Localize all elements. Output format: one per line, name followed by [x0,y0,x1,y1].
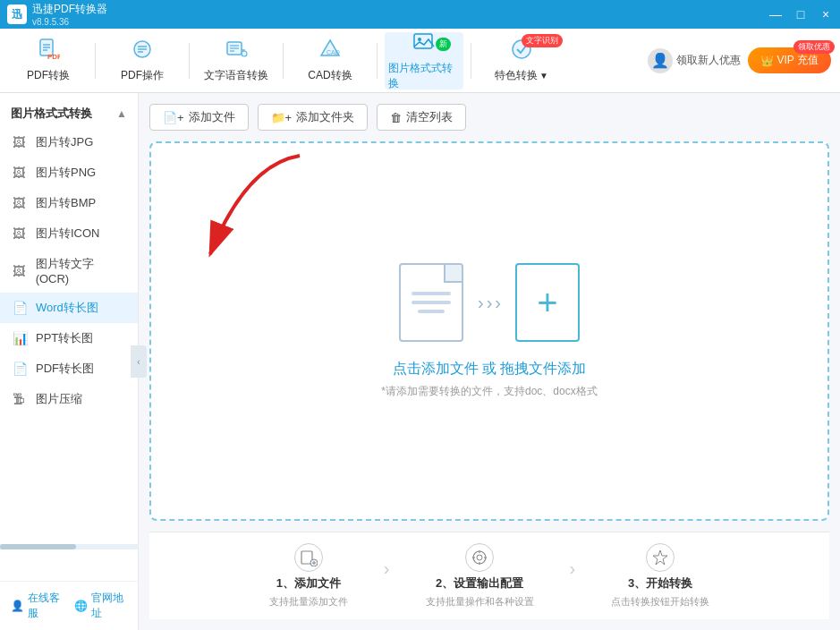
sidebar-item-png-label: 图片转PNG [36,165,96,181]
drop-zone-main-text: 点击添加文件 或 拖拽文件添加 [393,360,587,379]
online-service-link[interactable]: 👤 在线客服 [11,591,64,621]
clear-icon: 🗑 [390,111,402,124]
icon-icon: 🖼 [13,226,29,241]
step-3-title: 3、开始转换 [628,575,692,592]
pdf-long-icon: 📄 [13,362,29,376]
scroll-thumb [0,544,76,549]
sidebar: 图片格式式转换 ▲ 🖼 图片转JPG 🖼 图片转PNG 🖼 图片转BMP 🖼 图… [0,93,139,630]
toolbar: 📄+ 添加文件 📁+ 添加文件夹 🗑 清空列表 [149,104,829,131]
step-1-icon [294,543,323,572]
titlebar: 迅 迅捷PDF转换器 v8.9.5.36 — □ × [0,0,840,29]
step-3-desc: 点击转换按钮开始转换 [611,595,709,609]
close-button[interactable]: × [819,7,833,21]
sidebar-item-bmp-label: 图片转BMP [36,195,96,211]
step-3: 3、开始转换 点击转换按钮开始转换 [584,543,736,609]
ppt-long-icon: 📊 [13,331,29,345]
drop-zone-drag-text: 拖拽文件添加 [500,361,586,376]
vip-badge: 领取优惠 [793,40,835,54]
sidebar-collapse-icon[interactable]: ▲ [116,107,127,120]
nav-cad-label: CAD转换 [308,68,352,83]
sidebar-item-ocr[interactable]: 🖼 图片转文字(OCR) [0,249,138,293]
doc-line-3 [418,310,445,313]
sidebar-item-compress[interactable]: 🗜 图片压缩 [0,384,138,414]
sidebar-toggle-button[interactable]: ‹ [131,345,147,378]
sidebar-item-word-long-label: Word转长图 [36,300,98,316]
website-icon: 🌐 [74,600,88,612]
sidebar-item-compress-label: 图片压缩 [36,391,82,407]
steps-bar: 1、添加文件 支持批量添加文件 › 2、设置输出配置 支持批量操作和各种设置 [149,532,829,619]
sidebar-item-word-long[interactable]: 📄 Word转长图 [0,293,138,323]
cad-icon: CAD [318,38,342,66]
website-link[interactable]: 🌐 官网地址 [74,591,127,621]
scroll-track [0,544,138,549]
online-service-label: 在线客服 [28,591,64,621]
special-label-row: 特色转换 ▼ [495,68,548,83]
minimize-button[interactable]: — [768,7,783,21]
nav-item-cad[interactable]: CAD CAD转换 [291,32,369,89]
step-1-title: 1、添加文件 [276,575,341,592]
image-convert-badge: 新 [436,38,451,51]
content-area: 📄+ 添加文件 📁+ 添加文件夹 🗑 清空列表 [139,93,840,630]
user-area[interactable]: 👤 领取新人优惠 [648,48,741,73]
step-1: 1、添加文件 支持批量添加文件 [242,543,375,609]
step-2-icon [465,543,494,572]
target-icon: + [515,263,580,342]
user-label: 领取新人优惠 [676,53,741,68]
jpg-icon: 🖼 [13,135,29,149]
clear-list-button[interactable]: 🗑 清空列表 [377,104,466,131]
compress-icon: 🗜 [13,392,29,406]
user-icon: 👤 [648,48,673,73]
ocr-sidebar-icon: 🖼 [13,264,29,278]
svg-point-17 [418,38,421,41]
step-3-icon [646,543,675,572]
sidebar-item-bmp[interactable]: 🖼 图片转BMP [0,188,138,218]
svg-text:CAD: CAD [327,49,340,55]
sidebar-section-title: 图片格式式转换 [11,106,92,122]
sidebar-item-jpg-label: 图片转JPG [36,134,93,150]
pdf-ops-icon [131,38,154,66]
sidebar-item-png[interactable]: 🖼 图片转PNG [0,158,138,188]
add-file-icon: 📄+ [163,111,184,124]
app-logo: 迅 迅捷PDF转换器 v8.9.5.36 [7,2,107,27]
nav-divider-4 [377,43,378,79]
add-file-button[interactable]: 📄+ 添加文件 [149,104,249,131]
sidebar-item-pdf-long-label: PDF转长图 [36,361,94,377]
svg-point-24 [473,551,486,564]
pdf-convert-icon: PDF [37,38,60,66]
special-badge-red: 文字识别 [522,34,563,47]
logo-icon: 迅 [7,4,27,24]
nav-divider-1 [95,43,96,79]
add-folder-icon: 📁+ [271,111,293,124]
add-file-label: 添加文件 [189,109,235,125]
top-navigation: PDF PDF转换 PDF操作 [0,29,840,93]
nav-item-image-convert[interactable]: 新 图片格式式转换 [385,32,463,89]
maximize-button[interactable]: □ [793,7,808,21]
nav-ocr-label: 文字语音转换 [204,68,268,83]
step-2: 2、设置输出配置 支持批量操作和各种设置 [399,543,561,609]
nav-item-ocr[interactable]: 文字语音转换 [197,32,276,89]
png-icon: 🖼 [13,166,29,180]
add-folder-button[interactable]: 📁+ 添加文件夹 [258,104,369,131]
sidebar-item-pdf-long[interactable]: 📄 PDF转长图 [0,353,138,384]
clear-label: 清空列表 [406,109,453,125]
drop-zone[interactable]: › › › + 点击添加文件 或 拖拽文件添加 *请添加需要转换的文件，支持do… [149,141,829,521]
sidebar-item-ppt-long[interactable]: 📊 PPT转长图 [0,323,138,353]
convert-arrow: › › › [478,293,501,313]
sidebar-bottom: 👤 在线客服 🌐 官网地址 [0,581,138,630]
nav-item-pdf-convert[interactable]: PDF PDF转换 [9,32,88,89]
doc-line-2 [412,301,451,304]
online-service-icon: 👤 [11,600,24,612]
svg-text:PDF: PDF [47,53,60,61]
app-version-label: v8.9.5.36 [32,17,107,27]
nav-item-special[interactable]: 文字识别 特色转换 ▼ [479,32,564,89]
sidebar-item-jpg[interactable]: 🖼 图片转JPG [0,127,138,158]
drop-zone-hint: *请添加需要转换的文件，支持doc、docx格式 [381,384,597,399]
nav-item-pdf-ops[interactable]: PDF操作 [103,32,182,89]
svg-point-25 [477,555,482,560]
sidebar-item-icon[interactable]: 🖼 图片转ICON [0,218,138,249]
vip-button[interactable]: 领取优惠 👑 VIP 充值 [748,47,831,73]
step-1-desc: 支持批量添加文件 [269,595,348,609]
app-name-label: 迅捷PDF转换器 [32,2,107,17]
ocr-icon [225,38,248,66]
vip-label: VIP 充值 [777,53,819,68]
